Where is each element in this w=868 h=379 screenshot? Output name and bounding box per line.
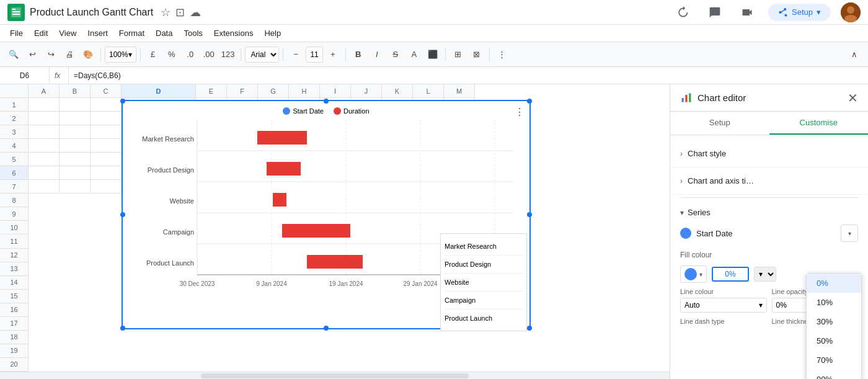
col-C[interactable]: C bbox=[91, 84, 122, 98]
highlight-btn[interactable]: ⬛ bbox=[424, 46, 441, 63]
cloud-icon[interactable]: ☁ bbox=[190, 6, 201, 19]
formula-bar: D6 fx =Days(C6,B6) bbox=[0, 67, 868, 84]
cell-A7[interactable] bbox=[29, 180, 60, 194]
cell-reference[interactable]: D6 bbox=[0, 67, 50, 84]
cell-C1[interactable] bbox=[91, 98, 122, 112]
cell-B2[interactable] bbox=[60, 112, 91, 125]
fill-colour-arrow: ▾ bbox=[699, 271, 702, 278]
col-A[interactable]: A bbox=[29, 84, 60, 98]
menu-format[interactable]: Format bbox=[114, 27, 149, 39]
star-icon[interactable]: ☆ bbox=[161, 6, 170, 19]
col-K[interactable]: K bbox=[382, 84, 413, 98]
currency-btn[interactable]: £ bbox=[144, 46, 162, 63]
cell-B4[interactable] bbox=[60, 139, 91, 153]
print-btn[interactable]: 🖨 bbox=[61, 46, 78, 63]
font-size-control[interactable]: 11 bbox=[306, 47, 322, 63]
menu-help[interactable]: Help bbox=[259, 27, 286, 39]
menu-file[interactable]: File bbox=[5, 27, 28, 39]
cell-A1[interactable] bbox=[29, 98, 60, 112]
chart-style-row[interactable]: › Chart style bbox=[680, 145, 858, 162]
fill-colour-picker[interactable]: ▾ bbox=[680, 265, 707, 283]
font-color-btn[interactable]: A bbox=[405, 46, 423, 63]
cell-B6[interactable] bbox=[60, 166, 91, 180]
user-avatar[interactable] bbox=[841, 2, 861, 22]
share-button[interactable]: Setup ▾ bbox=[768, 4, 831, 21]
opacity-option-90[interactable]: 90% bbox=[807, 370, 861, 379]
col-B[interactable]: B bbox=[60, 84, 91, 98]
cell-A2[interactable] bbox=[29, 112, 60, 125]
scroll-thumb[interactable] bbox=[201, 373, 469, 378]
redo-btn[interactable]: ↪ bbox=[42, 46, 60, 63]
menu-view[interactable]: View bbox=[54, 27, 81, 39]
cell-A4[interactable] bbox=[29, 139, 60, 153]
col-M[interactable]: M bbox=[444, 84, 475, 98]
cell-A5[interactable] bbox=[29, 153, 60, 166]
col-E[interactable]: E bbox=[196, 84, 227, 98]
opacity-option-0[interactable]: 0% bbox=[807, 274, 861, 293]
cell-A3[interactable] bbox=[29, 125, 60, 139]
opacity-option-30[interactable]: 30% bbox=[807, 312, 861, 331]
col-F[interactable]: F bbox=[227, 84, 258, 98]
menu-data[interactable]: Data bbox=[151, 27, 177, 39]
formula-input[interactable]: =Days(C6,B6) bbox=[69, 71, 868, 80]
cell-B5[interactable] bbox=[60, 153, 91, 166]
cell-C6[interactable] bbox=[91, 166, 122, 180]
tab-customise[interactable]: Customise bbox=[769, 112, 869, 135]
merge-btn[interactable]: ⊠ bbox=[468, 46, 485, 63]
increase-decimal-btn[interactable]: .00 bbox=[200, 46, 218, 63]
percent-btn[interactable]: % bbox=[163, 46, 180, 63]
tab-setup[interactable]: Setup bbox=[670, 112, 769, 135]
panel-close-btn[interactable]: ✕ bbox=[848, 91, 858, 105]
undo-btn[interactable]: ↩ bbox=[24, 46, 41, 63]
cell-C7[interactable] bbox=[91, 180, 122, 194]
col-D[interactable]: D bbox=[122, 84, 196, 98]
comment-icon[interactable] bbox=[704, 1, 726, 24]
borders-btn[interactable]: ⊞ bbox=[450, 46, 467, 63]
series-header[interactable]: ▾ Series bbox=[680, 205, 858, 220]
col-J[interactable]: J bbox=[351, 84, 382, 98]
line-colour-select[interactable]: Auto ▾ bbox=[680, 298, 767, 313]
cell-C5[interactable] bbox=[91, 153, 122, 166]
cell-B3[interactable] bbox=[60, 125, 91, 139]
opacity-option-50[interactable]: 50% bbox=[807, 331, 861, 350]
col-H[interactable]: H bbox=[289, 84, 320, 98]
zoom-control[interactable]: 100% ▾ bbox=[105, 47, 136, 63]
decrease-decimal-btn[interactable]: .0 bbox=[182, 46, 199, 63]
cell-C2[interactable] bbox=[91, 112, 122, 125]
opacity-option-10[interactable]: 10% bbox=[807, 293, 861, 312]
meet-icon[interactable] bbox=[736, 1, 758, 24]
mini-chart-panel: Market Research Product Design Website C… bbox=[440, 233, 527, 331]
opacity-option-70[interactable]: 70% bbox=[807, 350, 861, 370]
col-G[interactable]: G bbox=[258, 84, 289, 98]
cell-C3[interactable] bbox=[91, 125, 122, 139]
horizontal-scrollbar[interactable] bbox=[0, 372, 670, 379]
font-decrease-btn[interactable]: − bbox=[287, 46, 304, 63]
strikethrough-btn[interactable]: S bbox=[387, 46, 404, 63]
cell-A6[interactable] bbox=[29, 166, 60, 180]
chart-axis-row[interactable]: › Chart and axis ti… bbox=[680, 172, 858, 189]
more-btn[interactable]: ⋮ bbox=[494, 46, 511, 63]
series-dropdown-btn[interactable]: ▾ bbox=[841, 225, 858, 242]
cell-C4[interactable] bbox=[91, 139, 122, 153]
history-icon[interactable] bbox=[671, 1, 694, 24]
italic-btn[interactable]: I bbox=[368, 46, 386, 63]
menu-extensions[interactable]: Extensions bbox=[209, 27, 259, 39]
drive-icon[interactable]: ⊡ bbox=[175, 6, 185, 19]
menu-edit[interactable]: Edit bbox=[29, 27, 53, 39]
col-I[interactable]: I bbox=[320, 84, 351, 98]
chart-menu-btn[interactable]: ⋮ bbox=[515, 106, 525, 118]
bold-btn[interactable]: B bbox=[350, 46, 367, 63]
menu-insert[interactable]: Insert bbox=[82, 27, 113, 39]
font-increase-btn[interactable]: + bbox=[324, 46, 342, 63]
col-L[interactable]: L bbox=[413, 84, 444, 98]
opacity-select[interactable]: ▾ bbox=[754, 267, 776, 282]
cell-B7[interactable] bbox=[60, 180, 91, 194]
number-format-btn[interactable]: 123 bbox=[219, 46, 237, 63]
search-btn[interactable]: 🔍 bbox=[5, 46, 22, 63]
font-family-select[interactable]: Arial bbox=[245, 47, 279, 63]
paint-format-btn[interactable]: 🎨 bbox=[79, 46, 97, 63]
collapse-btn[interactable]: ∧ bbox=[846, 46, 863, 63]
cell-B1[interactable] bbox=[60, 98, 91, 112]
menu-tools[interactable]: Tools bbox=[179, 27, 207, 39]
opacity-input[interactable] bbox=[712, 267, 749, 282]
